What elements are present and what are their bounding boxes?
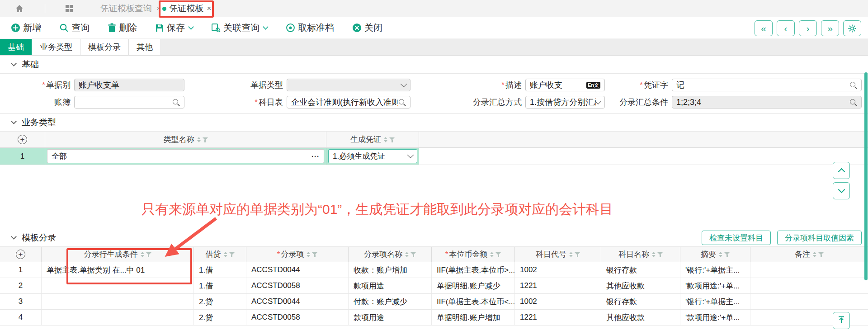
table-cell[interactable] [750, 278, 868, 293]
row-number[interactable]: 1 [0, 262, 42, 278]
action-button-1[interactable]: 分录项科目取值因素 [777, 231, 862, 245]
filter-icon[interactable] [657, 252, 663, 257]
collapse-icon[interactable] [11, 118, 17, 124]
table-cell[interactable]: ACCSTD0044 [246, 294, 349, 309]
table-cell[interactable]: 银行存款 [601, 262, 680, 278]
move-row-down-button[interactable] [833, 182, 850, 199]
tab-voucher-template[interactable]: 凭证模板 × [161, 0, 212, 17]
form-tab-2[interactable]: 模板分录 [80, 39, 129, 55]
chevron-down-icon[interactable] [188, 24, 194, 30]
row-number[interactable]: 1 [0, 148, 45, 165]
table-cell[interactable] [750, 310, 868, 325]
close-icon[interactable]: × [207, 4, 212, 13]
toolbar-button-close-circle[interactable]: 关闭 [352, 22, 382, 34]
filter-icon[interactable] [229, 252, 235, 257]
field-text-input[interactable]: 账户收支单 [74, 79, 184, 91]
toolbar-button-standard-doc[interactable]: 取标准档 [286, 22, 334, 34]
sort-icon[interactable] [490, 252, 494, 257]
sort-icon[interactable] [384, 137, 387, 142]
home-button[interactable] [14, 4, 24, 15]
field-select-input[interactable]: 1.按借贷方分别汇总 [525, 96, 605, 109]
table-cell[interactable]: 1.借 [194, 262, 246, 278]
table-cell[interactable]: ACCSTD0058 [246, 310, 349, 325]
table-cell[interactable]: ACCSTD0044 [246, 262, 349, 278]
chevron-down-icon[interactable] [263, 24, 269, 30]
filter-icon[interactable] [389, 137, 395, 142]
nav-next-button[interactable]: › [799, 20, 817, 36]
nav-first-button[interactable]: « [755, 20, 773, 36]
filter-icon[interactable] [724, 252, 730, 257]
voucher-select[interactable]: 1.必须生成凭证 [328, 149, 417, 163]
sort-icon[interactable] [141, 252, 144, 257]
table-cell[interactable]: IIF(单据主表.本位币<... [432, 294, 515, 309]
filter-icon[interactable] [575, 252, 580, 257]
tab-voucher-template-query[interactable]: 凭证模板查询 × [100, 0, 161, 17]
table-cell[interactable]: 2.贷 [194, 294, 246, 309]
table-cell[interactable]: 1221 [515, 310, 601, 325]
table-cell[interactable] [42, 278, 194, 293]
table-cell[interactable]: IIF(单据主表.本位币>... [432, 262, 515, 278]
table-cell[interactable]: '款项用途:'+单... [680, 310, 750, 325]
row-number[interactable]: 4 [0, 310, 42, 325]
move-row-up-button[interactable] [833, 162, 850, 179]
table-cell[interactable]: 单据明细.账户增加 [432, 310, 515, 325]
sort-icon[interactable] [197, 137, 201, 142]
scroll-to-top-button[interactable] [833, 312, 850, 329]
table-cell[interactable]: '款项用途:'+单... [680, 278, 750, 293]
apps-menu-button[interactable] [65, 5, 73, 14]
toolbar-button-search[interactable]: 查询 [59, 22, 90, 34]
field-lang-input[interactable]: 账户收支En文 [525, 79, 605, 91]
table-cell[interactable]: 收款：账户增加 [349, 262, 432, 278]
add-row-button[interactable]: + [16, 250, 25, 259]
form-tab-1[interactable]: 业务类型 [32, 39, 80, 55]
search-icon[interactable] [849, 81, 857, 89]
field-lookup-input[interactable]: 企业会计准则(执行新收入准则)-Fi [287, 96, 410, 109]
form-tab-0[interactable]: 基础 [0, 39, 32, 55]
close-icon[interactable]: × [156, 4, 161, 13]
more-button[interactable]: ··· [311, 152, 320, 160]
nav-prev-button[interactable]: ‹ [777, 20, 795, 36]
field-lookup-input[interactable] [74, 96, 184, 109]
table-cell[interactable]: 其他应收款 [601, 310, 680, 325]
table-cell[interactable]: ACCSTD0058 [246, 278, 349, 293]
nav-last-button[interactable]: » [821, 20, 839, 36]
table-cell[interactable]: 2.贷 [194, 310, 246, 325]
search-icon[interactable] [398, 99, 406, 106]
table-cell[interactable]: 1002 [515, 262, 601, 278]
vertical-scrollbar-thumb[interactable] [864, 72, 868, 280]
table-cell[interactable] [750, 294, 868, 309]
table-cell[interactable]: 1002 [515, 294, 601, 309]
filter-icon[interactable] [495, 252, 501, 257]
table-cell[interactable]: '银行:'+单据主... [680, 294, 750, 309]
table-cell[interactable]: 付款：账户减少 [349, 294, 432, 309]
toolbar-button-save[interactable]: 保存 [155, 22, 193, 34]
table-cell[interactable]: 款项用途 [349, 310, 432, 325]
settings-button[interactable] [843, 20, 861, 36]
sort-icon[interactable] [652, 252, 656, 257]
collapse-icon[interactable] [11, 61, 17, 66]
table-cell[interactable] [42, 294, 194, 309]
type-name-editor[interactable]: 全部··· [47, 149, 324, 163]
add-row-button[interactable]: + [18, 135, 27, 144]
sort-icon[interactable] [813, 252, 816, 257]
toolbar-button-trash[interactable]: 删除 [108, 22, 137, 34]
field-lookup-input[interactable]: 记 [672, 79, 862, 91]
lang-icon[interactable]: En文 [586, 82, 600, 89]
table-cell[interactable]: 1.借 [194, 278, 246, 293]
search-icon[interactable] [849, 99, 857, 106]
table-cell[interactable]: 其他应收款 [601, 278, 680, 293]
table-cell[interactable]: 银行存款 [601, 294, 680, 309]
table-cell[interactable] [42, 310, 194, 325]
table-cell[interactable]: 单据明细.账户减少 [432, 278, 515, 293]
filter-icon[interactable] [203, 137, 208, 142]
table-cell[interactable] [750, 262, 868, 278]
search-icon[interactable] [172, 99, 180, 106]
sort-icon[interactable] [224, 252, 227, 257]
table-cell[interactable]: 单据主表.单据类别 在...中 01 [42, 262, 194, 278]
row-number[interactable]: 3 [0, 294, 42, 309]
filter-icon[interactable] [818, 252, 824, 257]
filter-icon[interactable] [146, 252, 151, 257]
sort-icon[interactable] [569, 252, 573, 257]
sort-icon[interactable] [719, 252, 722, 257]
toolbar-button-plus-circle[interactable]: 新增 [11, 22, 41, 34]
